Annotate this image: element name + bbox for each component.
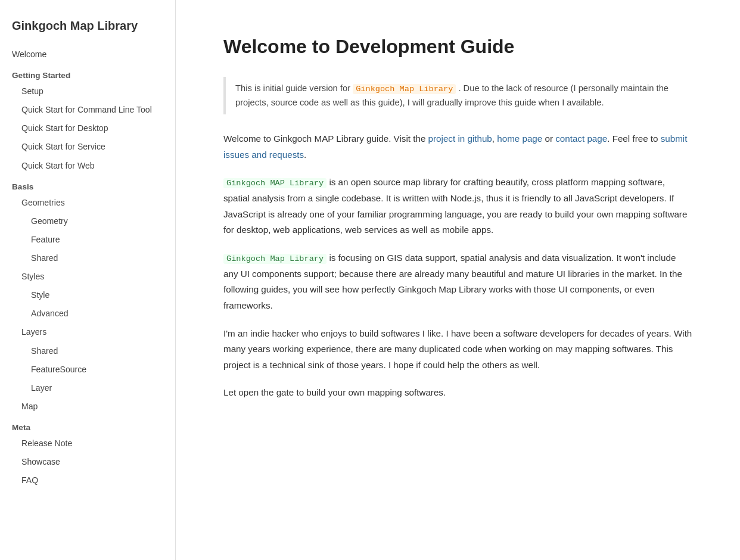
sidebar-section-basis: Basis xyxy=(0,178,175,194)
sidebar-section-meta: Meta xyxy=(0,418,175,434)
sidebar-item-style[interactable]: Style xyxy=(0,286,175,304)
code-ginkgoch-map-2: Ginkgoch Map Library xyxy=(223,254,327,264)
sidebar-item-faq[interactable]: FAQ xyxy=(0,471,175,490)
para-focus: Ginkgoch Map Library is focusing on GIS … xyxy=(223,250,692,314)
sidebar-item-release-note[interactable]: Release Note xyxy=(0,434,175,453)
sidebar-item-geometry[interactable]: Geometry xyxy=(0,212,175,231)
main-content: Welcome to Development Guide This is ini… xyxy=(176,0,740,560)
sidebar-item-setup[interactable]: Setup xyxy=(0,82,175,101)
sidebar-item-welcome[interactable]: Welcome xyxy=(0,45,175,64)
sidebar-item-layer[interactable]: Layer xyxy=(0,379,175,397)
para-closing: Let open the gate to build your own mapp… xyxy=(223,385,692,401)
sidebar-item-styles[interactable]: Styles xyxy=(0,267,175,286)
blockquote-prefix: This is initial guide version for xyxy=(235,83,350,93)
link-homepage[interactable]: home page xyxy=(497,133,542,144)
sidebar-item-layers[interactable]: Layers xyxy=(0,323,175,341)
sidebar-item-quick-start-web[interactable]: Quick Start for Web xyxy=(0,157,175,175)
sidebar-nav: WelcomeGetting StartedSetupQuick Start f… xyxy=(0,45,175,490)
sidebar-item-geometries[interactable]: Geometries xyxy=(0,194,175,212)
intro-blockquote: This is initial guide version for Ginkgo… xyxy=(223,77,692,114)
para-welcome: Welcome to Ginkgoch MAP Library guide. V… xyxy=(223,131,692,163)
para1-prefix: Welcome to Ginkgoch MAP Library guide. V… xyxy=(223,133,428,144)
page-title: Welcome to Development Guide xyxy=(223,36,692,58)
blockquote-highlight: Ginkgoch Map Library xyxy=(353,84,456,94)
sidebar-item-quick-start-desktop[interactable]: Quick Start for Desktop xyxy=(0,119,175,138)
sidebar-item-quick-start-service[interactable]: Quick Start for Service xyxy=(0,138,175,156)
code-ginkgoch-map-1: Ginkgoch MAP Library xyxy=(223,178,327,188)
sidebar-title: Ginkgoch Map Library xyxy=(0,12,175,45)
sidebar-item-shared-basis[interactable]: Shared xyxy=(0,249,175,267)
sidebar-item-feature[interactable]: Feature xyxy=(0,231,175,249)
link-contact[interactable]: contact page xyxy=(555,133,607,144)
sidebar-item-map[interactable]: Map xyxy=(0,397,175,416)
link-github[interactable]: project in github xyxy=(428,133,492,144)
sidebar-item-advanced[interactable]: Advanced xyxy=(0,304,175,323)
sidebar-item-shared-layers[interactable]: Shared xyxy=(0,342,175,360)
sidebar-item-featuresource[interactable]: FeatureSource xyxy=(0,360,175,379)
para-about-library: Ginkgoch MAP Library is an open source m… xyxy=(223,175,692,238)
sidebar-section-getting-started: Getting Started xyxy=(0,66,175,82)
sidebar: Ginkgoch Map Library WelcomeGetting Star… xyxy=(0,0,176,560)
sidebar-item-showcase[interactable]: Showcase xyxy=(0,453,175,471)
sidebar-item-quick-start-cmd[interactable]: Quick Start for Command Line Tool xyxy=(0,101,175,119)
para-indie-hacker: I'm an indie hacker who enjoys to build … xyxy=(223,326,692,374)
